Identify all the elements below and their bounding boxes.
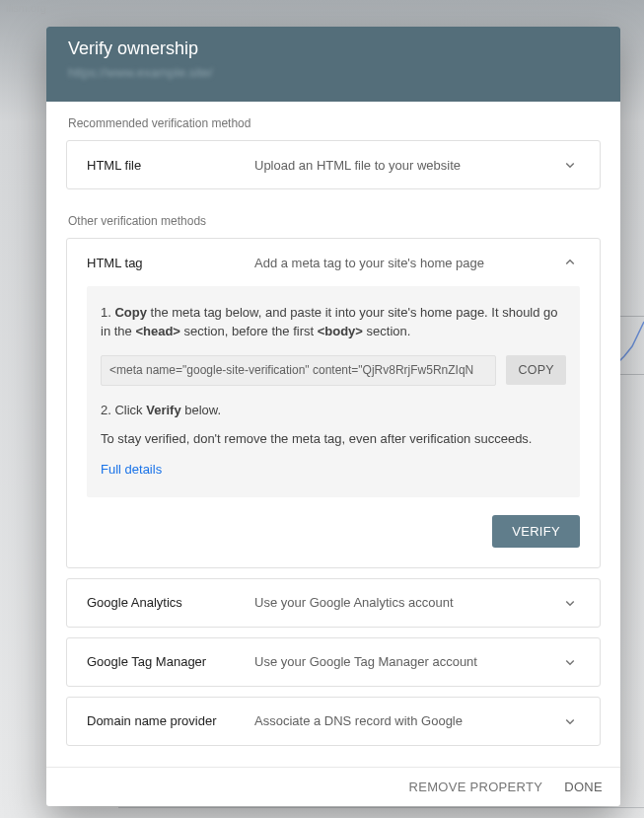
verify-button[interactable]: VERIFY <box>492 515 580 548</box>
method-analytics-header[interactable]: Google Analytics Use your Google Analyti… <box>67 579 600 627</box>
recommended-section-label: Recommended verification method <box>66 102 601 140</box>
text: section, before the first <box>180 324 318 338</box>
chevron-down-icon <box>560 652 580 672</box>
method-desc: Use your Google Analytics account <box>254 595 560 610</box>
method-name: HTML file <box>87 158 254 173</box>
bg-url-fragment: ilism.org <box>0 0 52 16</box>
meta-tag-snippet[interactable]: <meta name="google-site-verification" co… <box>101 355 496 386</box>
method-dns-header[interactable]: Domain name provider Associate a DNS rec… <box>67 698 600 745</box>
chevron-up-icon <box>560 253 580 272</box>
method-analytics-panel: Google Analytics Use your Google Analyti… <box>66 578 601 628</box>
text-bold: Verify <box>146 403 180 417</box>
method-html-file-header[interactable]: HTML file Upload an HTML file to your we… <box>67 141 600 188</box>
instruction-box: 1. Copy the meta tag below, and paste it… <box>87 286 580 497</box>
full-details-link[interactable]: Full details <box>101 462 162 477</box>
html-tag-content: 1. Copy the meta tag below, and paste it… <box>67 286 600 567</box>
chevron-down-icon <box>560 155 580 175</box>
method-html-tag-header[interactable]: HTML tag Add a meta tag to your site's h… <box>67 239 600 286</box>
method-tag-manager-panel: Google Tag Manager Use your Google Tag M… <box>66 637 601 687</box>
method-name: Google Tag Manager <box>87 654 254 669</box>
method-name: Google Analytics <box>87 595 254 610</box>
done-button[interactable]: DONE <box>564 780 603 794</box>
dialog-subtitle-blurred: https://www.example.site/ <box>68 65 599 80</box>
method-html-tag-panel: HTML tag Add a meta tag to your site's h… <box>66 238 601 568</box>
chevron-down-icon <box>560 711 580 731</box>
dialog-body: Recommended verification method HTML fil… <box>46 102 620 767</box>
text: 2. Click <box>101 403 146 417</box>
method-dns-panel: Domain name provider Associate a DNS rec… <box>66 697 601 746</box>
dialog-footer: REMOVE PROPERTY DONE <box>46 767 620 806</box>
instruction-step-2: 2. Click Verify below. <box>101 402 566 420</box>
method-desc: Add a meta tag to your site's home page <box>254 256 560 270</box>
chevron-down-icon <box>560 593 580 613</box>
copy-button[interactable]: COPY <box>506 355 566 385</box>
instruction-note: To stay verified, don't remove the meta … <box>101 430 566 449</box>
instruction-step-1: 1. Copy the meta tag below, and paste it… <box>101 304 566 341</box>
other-section-label: Other verification methods <box>66 199 601 238</box>
method-desc: Use your Google Tag Manager account <box>254 654 560 669</box>
bg-chart-baseline <box>118 807 644 808</box>
text-bold: Copy <box>114 305 147 320</box>
method-desc: Associate a DNS record with Google <box>254 713 560 728</box>
method-tag-manager-header[interactable]: Google Tag Manager Use your Google Tag M… <box>67 638 600 686</box>
text: 1. <box>101 305 114 320</box>
verify-row: VERIFY <box>87 515 580 548</box>
text: below. <box>181 403 221 417</box>
method-html-file-panel: HTML file Upload an HTML file to your we… <box>66 140 601 189</box>
method-desc: Upload an HTML file to your website <box>254 158 560 173</box>
remove-property-button[interactable]: REMOVE PROPERTY <box>409 780 543 794</box>
method-name: Domain name provider <box>87 713 254 728</box>
method-name: HTML tag <box>87 256 254 270</box>
text-code: <body> <box>318 324 363 338</box>
meta-tag-row: <meta name="google-site-verification" co… <box>101 355 566 386</box>
text-code: <head> <box>135 324 180 338</box>
dialog-header: Verify ownership https://www.example.sit… <box>46 27 620 102</box>
text: section. <box>363 324 410 338</box>
dialog-title: Verify ownership <box>68 38 599 59</box>
verify-ownership-dialog: Verify ownership https://www.example.sit… <box>46 27 620 806</box>
